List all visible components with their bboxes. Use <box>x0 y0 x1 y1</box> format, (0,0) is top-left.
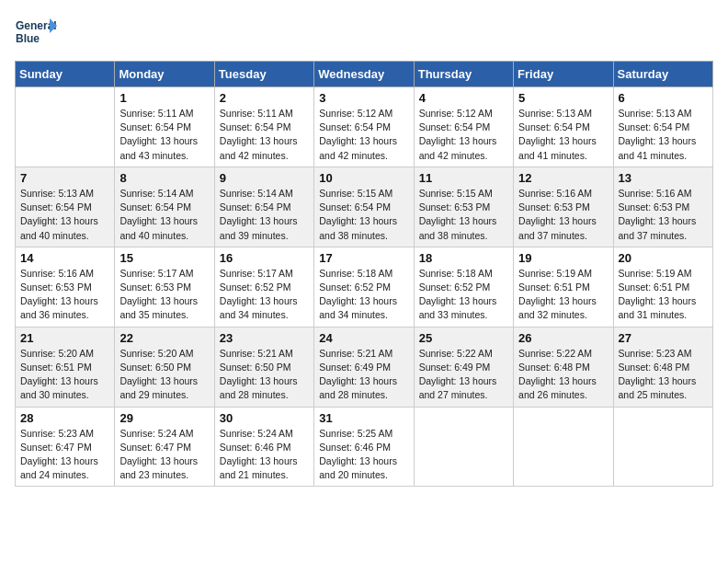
calendar-cell: 19Sunrise: 5:19 AMSunset: 6:51 PMDayligh… <box>514 247 613 327</box>
week-row: 1Sunrise: 5:11 AMSunset: 6:54 PMDaylight… <box>16 87 713 167</box>
logo: General Blue <box>15 15 61 53</box>
calendar-cell: 2Sunrise: 5:11 AMSunset: 6:54 PMDaylight… <box>214 87 313 167</box>
calendar-cell <box>514 407 613 487</box>
day-info: Sunrise: 5:16 AMSunset: 6:53 PMDaylight:… <box>518 187 608 243</box>
day-number: 30 <box>220 411 309 425</box>
calendar-cell: 20Sunrise: 5:19 AMSunset: 6:51 PMDayligh… <box>613 247 712 327</box>
calendar-cell: 4Sunrise: 5:12 AMSunset: 6:54 PMDaylight… <box>414 87 513 167</box>
day-number: 11 <box>419 171 508 185</box>
weekday-header: Wednesday <box>314 62 414 87</box>
day-info: Sunrise: 5:11 AMSunset: 6:54 PMDaylight:… <box>119 107 209 163</box>
day-info: Sunrise: 5:13 AMSunset: 6:54 PMDaylight:… <box>619 107 708 163</box>
calendar-table: SundayMondayTuesdayWednesdayThursdayFrid… <box>15 61 713 487</box>
weekday-header: Sunday <box>16 62 115 87</box>
day-number: 28 <box>20 411 109 425</box>
weekday-header: Tuesday <box>214 62 313 87</box>
day-number: 17 <box>319 251 408 265</box>
week-row: 28Sunrise: 5:23 AMSunset: 6:47 PMDayligh… <box>16 407 713 487</box>
day-info: Sunrise: 5:20 AMSunset: 6:50 PMDaylight:… <box>119 347 209 403</box>
day-number: 29 <box>119 411 209 425</box>
week-row: 14Sunrise: 5:16 AMSunset: 6:53 PMDayligh… <box>16 247 713 327</box>
day-info: Sunrise: 5:14 AMSunset: 6:54 PMDaylight:… <box>119 187 209 243</box>
calendar-cell: 5Sunrise: 5:13 AMSunset: 6:54 PMDaylight… <box>514 87 613 167</box>
day-info: Sunrise: 5:19 AMSunset: 6:51 PMDaylight:… <box>619 267 708 323</box>
day-number: 9 <box>220 171 309 185</box>
day-info: Sunrise: 5:20 AMSunset: 6:51 PMDaylight:… <box>20 347 109 403</box>
calendar-cell: 9Sunrise: 5:14 AMSunset: 6:54 PMDaylight… <box>214 167 313 247</box>
day-number: 8 <box>119 171 209 185</box>
day-number: 27 <box>619 331 708 345</box>
day-info: Sunrise: 5:14 AMSunset: 6:54 PMDaylight:… <box>220 187 309 243</box>
day-info: Sunrise: 5:16 AMSunset: 6:53 PMDaylight:… <box>619 187 708 243</box>
day-info: Sunrise: 5:13 AMSunset: 6:54 PMDaylight:… <box>518 107 608 163</box>
day-number: 1 <box>119 91 209 105</box>
calendar-cell: 11Sunrise: 5:15 AMSunset: 6:53 PMDayligh… <box>414 167 513 247</box>
generalblue-logo-icon: General Blue <box>15 15 61 53</box>
calendar-cell: 26Sunrise: 5:22 AMSunset: 6:48 PMDayligh… <box>514 327 613 407</box>
day-info: Sunrise: 5:12 AMSunset: 6:54 PMDaylight:… <box>419 107 508 163</box>
calendar-cell: 23Sunrise: 5:21 AMSunset: 6:50 PMDayligh… <box>214 327 313 407</box>
day-number: 10 <box>319 171 408 185</box>
calendar-cell: 7Sunrise: 5:13 AMSunset: 6:54 PMDaylight… <box>16 167 115 247</box>
day-info: Sunrise: 5:24 AMSunset: 6:47 PMDaylight:… <box>119 427 209 483</box>
calendar-header-row: SundayMondayTuesdayWednesdayThursdayFrid… <box>16 62 713 87</box>
page-header: General Blue <box>15 15 713 53</box>
day-info: Sunrise: 5:21 AMSunset: 6:50 PMDaylight:… <box>220 347 309 403</box>
day-info: Sunrise: 5:13 AMSunset: 6:54 PMDaylight:… <box>20 187 109 243</box>
day-number: 5 <box>518 91 608 105</box>
day-number: 23 <box>220 331 309 345</box>
calendar-cell: 17Sunrise: 5:18 AMSunset: 6:52 PMDayligh… <box>314 247 414 327</box>
day-info: Sunrise: 5:21 AMSunset: 6:49 PMDaylight:… <box>319 347 408 403</box>
calendar-cell: 21Sunrise: 5:20 AMSunset: 6:51 PMDayligh… <box>16 327 115 407</box>
weekday-header: Friday <box>514 62 613 87</box>
day-number: 20 <box>619 251 708 265</box>
calendar-cell: 8Sunrise: 5:14 AMSunset: 6:54 PMDaylight… <box>115 167 214 247</box>
day-info: Sunrise: 5:15 AMSunset: 6:53 PMDaylight:… <box>419 187 508 243</box>
day-number: 4 <box>419 91 508 105</box>
calendar-cell: 29Sunrise: 5:24 AMSunset: 6:47 PMDayligh… <box>115 407 214 487</box>
calendar-cell: 22Sunrise: 5:20 AMSunset: 6:50 PMDayligh… <box>115 327 214 407</box>
calendar-cell: 12Sunrise: 5:16 AMSunset: 6:53 PMDayligh… <box>514 167 613 247</box>
day-number: 18 <box>419 251 508 265</box>
calendar-cell: 10Sunrise: 5:15 AMSunset: 6:54 PMDayligh… <box>314 167 414 247</box>
week-row: 7Sunrise: 5:13 AMSunset: 6:54 PMDaylight… <box>16 167 713 247</box>
day-info: Sunrise: 5:19 AMSunset: 6:51 PMDaylight:… <box>518 267 608 323</box>
day-info: Sunrise: 5:25 AMSunset: 6:46 PMDaylight:… <box>319 427 408 483</box>
calendar-cell: 28Sunrise: 5:23 AMSunset: 6:47 PMDayligh… <box>16 407 115 487</box>
calendar-cell: 30Sunrise: 5:24 AMSunset: 6:46 PMDayligh… <box>214 407 313 487</box>
calendar-cell: 27Sunrise: 5:23 AMSunset: 6:48 PMDayligh… <box>613 327 712 407</box>
day-number: 14 <box>20 251 109 265</box>
day-info: Sunrise: 5:18 AMSunset: 6:52 PMDaylight:… <box>319 267 408 323</box>
calendar-cell: 18Sunrise: 5:18 AMSunset: 6:52 PMDayligh… <box>414 247 513 327</box>
day-number: 26 <box>518 331 608 345</box>
day-info: Sunrise: 5:12 AMSunset: 6:54 PMDaylight:… <box>319 107 408 163</box>
day-number: 12 <box>518 171 608 185</box>
weekday-header: Monday <box>115 62 214 87</box>
day-info: Sunrise: 5:16 AMSunset: 6:53 PMDaylight:… <box>20 267 109 323</box>
day-info: Sunrise: 5:23 AMSunset: 6:47 PMDaylight:… <box>20 427 109 483</box>
calendar-cell: 25Sunrise: 5:22 AMSunset: 6:49 PMDayligh… <box>414 327 513 407</box>
calendar-cell: 1Sunrise: 5:11 AMSunset: 6:54 PMDaylight… <box>115 87 214 167</box>
week-row: 21Sunrise: 5:20 AMSunset: 6:51 PMDayligh… <box>16 327 713 407</box>
day-number: 3 <box>319 91 408 105</box>
day-number: 2 <box>220 91 309 105</box>
day-info: Sunrise: 5:17 AMSunset: 6:52 PMDaylight:… <box>220 267 309 323</box>
day-number: 22 <box>119 331 209 345</box>
calendar-cell: 3Sunrise: 5:12 AMSunset: 6:54 PMDaylight… <box>314 87 414 167</box>
day-info: Sunrise: 5:24 AMSunset: 6:46 PMDaylight:… <box>220 427 309 483</box>
day-info: Sunrise: 5:15 AMSunset: 6:54 PMDaylight:… <box>319 187 408 243</box>
calendar-cell: 13Sunrise: 5:16 AMSunset: 6:53 PMDayligh… <box>613 167 712 247</box>
weekday-header: Thursday <box>414 62 513 87</box>
day-info: Sunrise: 5:22 AMSunset: 6:49 PMDaylight:… <box>419 347 508 403</box>
svg-text:Blue: Blue <box>16 32 40 45</box>
calendar-cell: 15Sunrise: 5:17 AMSunset: 6:53 PMDayligh… <box>115 247 214 327</box>
calendar-cell: 24Sunrise: 5:21 AMSunset: 6:49 PMDayligh… <box>314 327 414 407</box>
day-number: 21 <box>20 331 109 345</box>
day-number: 31 <box>319 411 408 425</box>
day-info: Sunrise: 5:17 AMSunset: 6:53 PMDaylight:… <box>119 267 209 323</box>
day-number: 13 <box>619 171 708 185</box>
calendar-cell <box>414 407 513 487</box>
calendar-cell: 14Sunrise: 5:16 AMSunset: 6:53 PMDayligh… <box>16 247 115 327</box>
calendar-cell <box>16 87 115 167</box>
weekday-header: Saturday <box>613 62 712 87</box>
